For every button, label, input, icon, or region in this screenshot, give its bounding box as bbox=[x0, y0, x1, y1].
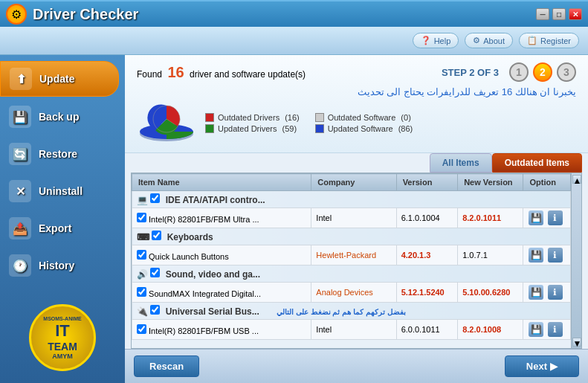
sidebar-item-export[interactable]: 📤 Export bbox=[0, 211, 119, 245]
table-row-usb-intel: Intel(R) 82801FB/FBM USB ... Intel 6.0.0… bbox=[132, 320, 571, 340]
option-ide: 💾 ℹ bbox=[523, 208, 571, 228]
table-wrapper: Item Name Company Version New Version Op… bbox=[131, 173, 582, 349]
badge-line1: MSOMS-ANIME bbox=[43, 316, 81, 321]
ql-checkbox[interactable] bbox=[137, 250, 146, 260]
outdated-software-dot bbox=[315, 113, 324, 122]
table-header-row: Item Name Company Version New Version Op… bbox=[132, 174, 571, 191]
restore-icon: 🔄 bbox=[9, 143, 31, 165]
sidebar-bottom: MSOMS-ANIME IT TEAM AMYM bbox=[0, 298, 125, 377]
sidebar-label-export: Export bbox=[39, 222, 71, 234]
scrollbar[interactable]: ▲ ▼ bbox=[571, 173, 581, 348]
save-ide-icon[interactable]: 💾 bbox=[529, 210, 543, 225]
updated-drivers-dot bbox=[205, 124, 214, 133]
outdated-software-label: Outdated Software bbox=[328, 113, 396, 122]
help-icon: ❓ bbox=[421, 36, 431, 45]
table-row-ide-driver: Intel(R) 82801FB/FBM Ultra ... Intel 6.1… bbox=[132, 208, 571, 228]
next-arrow-icon: ▶ bbox=[550, 361, 558, 372]
step-2: 2 bbox=[533, 62, 552, 82]
save-usb-icon[interactable]: 💾 bbox=[529, 322, 543, 337]
company-ql: Hewlett-Packard bbox=[311, 245, 396, 265]
window-controls: ─ □ ✕ bbox=[536, 8, 582, 20]
version-ql: 4.20.1.3 bbox=[396, 245, 458, 265]
section-usb-label: 🔌 Universal Serial Bus... بفضل تركهم كما… bbox=[132, 303, 571, 320]
info-ide-icon[interactable]: ℹ bbox=[548, 210, 563, 225]
info-panel: Found 16 driver and software update(s) S… bbox=[125, 55, 588, 153]
ide-driver-checkbox[interactable] bbox=[137, 213, 146, 222]
close-button[interactable]: ✕ bbox=[569, 8, 582, 20]
company-ide: Intel bbox=[311, 208, 396, 228]
scroll-down-btn[interactable]: ▼ bbox=[572, 338, 581, 347]
outdated-drivers-label: Outdated Drivers bbox=[218, 113, 280, 122]
usb-driver-checkbox[interactable] bbox=[137, 324, 146, 334]
tab-row: All Items Outdated Items bbox=[131, 153, 582, 173]
step-1: 1 bbox=[509, 62, 529, 82]
arabic-header-text: يخبرنا ان هنالك 16 تعريف للدرايفرات يحتا… bbox=[137, 86, 576, 97]
step-indicator: STEP 2 OF 3 1 2 3 bbox=[442, 62, 576, 82]
option-ql: 💾 ℹ bbox=[523, 245, 571, 265]
tab-outdated-items[interactable]: Outdated Items bbox=[492, 153, 582, 173]
info-usb-icon[interactable]: ℹ bbox=[548, 322, 563, 337]
section-usb: 🔌 Universal Serial Bus... بفضل تركهم كما… bbox=[132, 303, 571, 320]
next-button[interactable]: Next ▶ bbox=[505, 355, 579, 377]
update-icon: ⬆ bbox=[10, 68, 32, 90]
save-soundmax-icon[interactable]: 💾 bbox=[529, 285, 543, 300]
th-item-name: Item Name bbox=[132, 174, 311, 191]
usb-checkbox[interactable] bbox=[150, 305, 160, 315]
logo-icon: ⚙ bbox=[11, 7, 22, 22]
legend-outdated-software: Outdated Software (0) bbox=[315, 113, 413, 122]
sidebar: ⬆ Update 💾 Back up 🔄 Restore ✕ Uninstall… bbox=[0, 55, 125, 383]
sound-checkbox[interactable] bbox=[150, 268, 160, 277]
section-keyboards: ⌨ Keyboards bbox=[132, 228, 571, 245]
sidebar-label-restore: Restore bbox=[39, 148, 77, 160]
scroll-up-btn[interactable]: ▲ bbox=[572, 175, 581, 184]
tab-all-items[interactable]: All Items bbox=[430, 153, 492, 173]
updated-software-label: Updated Software bbox=[328, 124, 393, 133]
outdated-drivers-dot bbox=[205, 113, 214, 122]
info-soundmax-icon[interactable]: ℹ bbox=[548, 285, 563, 300]
option-usb: 💾 ℹ bbox=[523, 320, 571, 340]
about-icon: ⚙ bbox=[473, 36, 480, 45]
item-name-ql: Quick Launch Buttons bbox=[132, 245, 311, 265]
item-name-usb: Intel(R) 82801FB/FBM USB ... bbox=[132, 320, 311, 340]
maximize-button[interactable]: □ bbox=[552, 8, 566, 20]
version-usb: 6.0.0.1011 bbox=[396, 320, 458, 340]
updated-drivers-label: Updated Drivers bbox=[218, 124, 277, 133]
table-row-soundmax: SoundMAX Integrated Digital... Analog De… bbox=[132, 283, 571, 303]
ide-checkbox[interactable] bbox=[150, 193, 160, 203]
table-scroll[interactable]: Item Name Company Version New Version Op… bbox=[132, 173, 571, 348]
company-soundmax: Analog Devices bbox=[311, 283, 396, 303]
soundmax-checkbox[interactable] bbox=[137, 287, 146, 297]
keyboards-checkbox[interactable] bbox=[152, 231, 161, 240]
found-text: Found 16 driver and software update(s) bbox=[137, 64, 306, 81]
minimize-button[interactable]: ─ bbox=[536, 8, 549, 20]
sidebar-item-backup[interactable]: 💾 Back up bbox=[0, 100, 119, 134]
legend-grid: Outdated Drivers (16) Outdated Software … bbox=[205, 113, 413, 133]
register-button[interactable]: 📋 Register bbox=[519, 33, 579, 48]
sidebar-item-history[interactable]: 🕐 History bbox=[0, 248, 119, 283]
sidebar-label-uninstall: Uninstall bbox=[39, 185, 83, 197]
sidebar-item-restore[interactable]: 🔄 Restore bbox=[0, 137, 119, 171]
info-ql-icon[interactable]: ℹ bbox=[548, 248, 563, 263]
help-button[interactable]: ❓ Help bbox=[413, 33, 459, 48]
new-version-ql: 1.0.7.1 bbox=[458, 245, 523, 265]
sidebar-label-backup: Back up bbox=[39, 111, 79, 123]
sidebar-item-update[interactable]: ⬆ Update bbox=[0, 61, 119, 97]
about-button[interactable]: ⚙ About bbox=[465, 33, 513, 48]
pie-chart bbox=[137, 100, 196, 145]
logo-badge: MSOMS-ANIME IT TEAM AMYM bbox=[29, 304, 96, 371]
option-soundmax: 💾 ℹ bbox=[523, 283, 571, 303]
content-area: Found 16 driver and software update(s) S… bbox=[125, 55, 588, 383]
save-ql-icon[interactable]: 💾 bbox=[529, 248, 543, 263]
updated-software-dot bbox=[315, 124, 324, 133]
th-option: Option bbox=[523, 174, 571, 191]
title-bar: ⚙ Driver Checker ─ □ ✕ bbox=[0, 0, 588, 27]
version-soundmax: 5.12.1.5240 bbox=[396, 283, 458, 303]
main-area: ⬆ Update 💾 Back up 🔄 Restore ✕ Uninstall… bbox=[0, 55, 588, 383]
step-text: STEP 2 OF 3 bbox=[442, 67, 499, 78]
ide-icon: 💻 bbox=[137, 195, 148, 205]
sidebar-item-uninstall[interactable]: ✕ Uninstall bbox=[0, 174, 119, 208]
company-usb: Intel bbox=[311, 320, 396, 340]
rescan-button[interactable]: Rescan bbox=[134, 355, 199, 377]
new-version-usb: 8.2.0.1008 bbox=[458, 320, 523, 340]
outdated-drivers-count: (16) bbox=[285, 113, 300, 122]
